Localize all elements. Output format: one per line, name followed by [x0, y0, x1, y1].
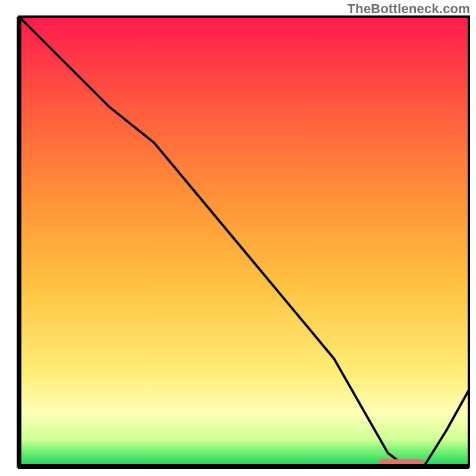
bottleneck-chart	[0, 0, 476, 476]
chart-container: TheBottleneck.com	[0, 0, 476, 476]
watermark-text: TheBottleneck.com	[347, 1, 470, 17]
